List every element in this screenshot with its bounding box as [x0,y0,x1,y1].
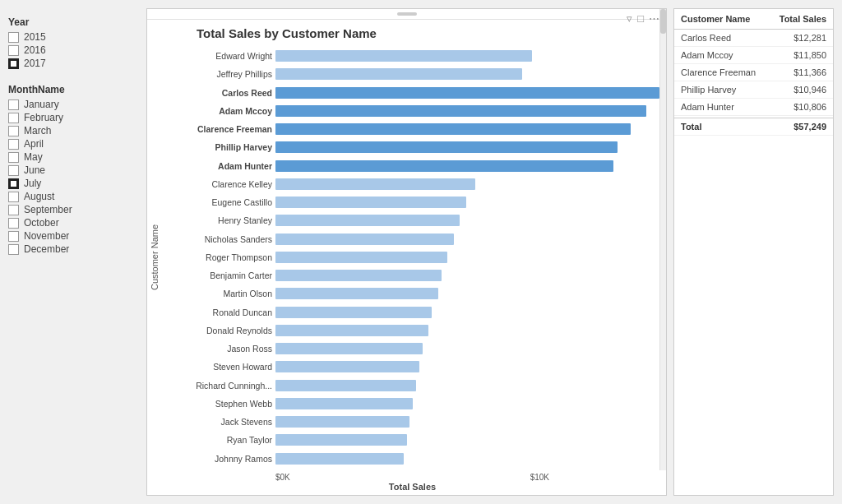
y-axis-label-container: Customer Name [147,44,162,495]
bar-row: Clarence Kelley [165,177,659,192]
month-filter-item[interactable]: March [8,125,140,136]
month-label: July [24,178,41,189]
right-table: Customer Name Total Sales Carlos Reed$12… [673,8,834,496]
month-label: February [24,112,63,123]
year-checkbox[interactable] [8,32,19,43]
month-filter-item[interactable]: September [8,204,140,215]
month-checkbox[interactable] [8,126,19,136]
bar-label: Carlos Reed [165,88,272,98]
bar-label: Jeffrey Phillips [165,69,272,79]
month-checkbox[interactable] [8,113,19,123]
toolbar-handle[interactable] [397,12,417,16]
bar-label: Jason Ross [165,344,272,354]
bar-label: Edward Wright [165,51,272,61]
table-total-row: Total $57,249 [674,118,833,136]
bar-track [275,307,659,318]
month-checkbox[interactable] [8,218,19,229]
bar-track [275,141,659,153]
month-filter-item[interactable]: November [8,230,140,242]
month-checkbox[interactable] [8,178,19,189]
y-axis-label: Customer Name [150,224,160,289]
bar-row: Eugene Castillo [165,195,659,210]
year-label: 2016 [24,44,46,56]
month-checkbox[interactable] [8,205,19,215]
table-rows: Carlos Reed$12,281Adam Mccoy$11,850Clare… [674,30,833,116]
bars-section: Edward WrightJeffrey PhillipsCarlos Reed… [162,44,666,495]
year-checkbox[interactable] [8,58,19,69]
bar-track [275,416,659,428]
bar-track [275,50,659,62]
bar-label: Steven Howard [165,362,272,372]
month-filter-item[interactable]: July [8,178,140,189]
expand-icon[interactable]: □ [637,12,644,25]
filter-icon[interactable]: ▿ [627,12,632,25]
month-label: March [24,125,51,136]
bar-track [275,270,659,281]
bar-track [275,288,659,299]
bar-fill [275,105,646,117]
bar-track [275,160,659,172]
month-filter-label: MonthName [8,84,140,95]
bar-label: Roger Thompson [165,252,272,262]
month-filter-item[interactable]: January [8,99,140,110]
bar-row: Ronald Duncan [165,305,659,320]
month-filter-item[interactable]: October [8,217,140,229]
more-icon[interactable]: ⋯ [649,12,659,25]
bar-fill [275,123,631,135]
year-label: 2017 [24,58,46,69]
bar-track [275,343,659,354]
month-label: April [24,138,44,150]
toolbar-icons: ▿ □ ⋯ [627,12,659,25]
scroll-track[interactable] [659,44,666,470]
bar-fill [275,288,438,299]
bar-fill [275,361,419,372]
year-filter-item[interactable]: 2015 [8,31,140,43]
bar-fill [275,234,454,245]
month-checkbox[interactable] [8,139,19,150]
year-filter-item[interactable]: 2017 [8,58,140,69]
month-filter-item[interactable]: May [8,151,140,163]
bar-label: Adam Mccoy [165,106,272,116]
month-checkbox[interactable] [8,192,19,202]
bar-fill [275,215,460,226]
table-header-sales: Total Sales [769,14,826,24]
bar-fill [275,307,432,318]
bar-label: Nicholas Sanders [165,234,272,244]
bar-track [275,325,659,336]
month-checkbox[interactable] [8,99,19,110]
month-filter-section: MonthName JanuaryFebruaryMarchAprilMayJu… [8,84,140,257]
month-label: June [24,164,45,176]
bar-fill [275,178,475,190]
page-container: Year 201520162017 MonthName JanuaryFebru… [0,0,842,504]
bar-track [275,398,659,409]
month-checkbox[interactable] [8,244,19,255]
bar-row: Adam Mccoy [165,104,659,118]
bar-label: Clarence Kelley [165,179,272,189]
month-filter-item[interactable]: February [8,112,140,123]
total-label: Total [681,122,769,132]
bar-track [275,361,659,372]
bar-fill [275,270,442,281]
bar-label: Clarence Freeman [165,124,272,134]
bar-fill [275,325,428,336]
month-filter-item[interactable]: June [8,164,140,176]
year-filter-label: Year [8,16,140,28]
chart-body: Customer Name Edward WrightJeffrey Phill… [147,44,666,495]
bar-fill [275,398,413,409]
month-checkbox[interactable] [8,165,19,176]
year-filter-item[interactable]: 2016 [8,44,140,56]
bar-row: Benjamin Carter [165,268,659,283]
bar-row: Nicholas Sanders [165,232,659,247]
bar-fill [275,160,613,172]
sidebar: Year 201520162017 MonthName JanuaryFebru… [8,8,140,496]
bar-row: Ryan Taylor [165,432,659,447]
year-checkbox[interactable] [8,45,19,56]
month-checkbox[interactable] [8,231,19,242]
month-filter-item[interactable]: December [8,243,140,255]
month-filter-item[interactable]: August [8,191,140,202]
month-filter-item[interactable]: April [8,138,140,150]
table-row: Adam Hunter$10,806 [674,99,833,116]
month-checkbox[interactable] [8,152,19,163]
bar-label: Adam Hunter [165,161,272,171]
month-label: November [24,230,69,242]
